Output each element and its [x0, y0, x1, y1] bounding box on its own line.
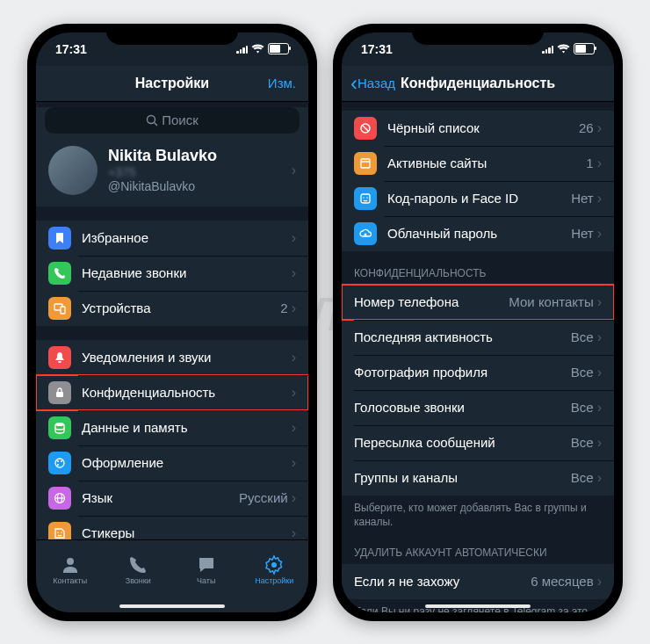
settings-row[interactable]: Группы и каналыВсе›	[342, 460, 614, 496]
chevron-right-icon: ›	[292, 300, 296, 316]
row-value: Все	[571, 435, 594, 450]
tab-calls[interactable]: Звонки	[105, 540, 173, 600]
battery-icon	[574, 43, 595, 54]
settings-row[interactable]: Пересылка сообщенийВсе›	[342, 425, 614, 460]
row-value: Все	[571, 329, 594, 344]
edit-button[interactable]: Изм.	[268, 66, 296, 101]
svg-rect-21	[361, 159, 370, 168]
sticker-icon	[48, 522, 71, 539]
settings-row[interactable]: Если я не захожу6 месяцев›	[342, 564, 614, 599]
row-value: 26	[579, 120, 594, 135]
tab-label: Настройки	[255, 576, 293, 585]
chevron-right-icon: ›	[292, 490, 296, 506]
settings-row[interactable]: Последняя активностьВсе›	[342, 320, 614, 355]
wifi-icon	[557, 44, 570, 54]
settings-row[interactable]: ЯзыкРусский›	[36, 481, 308, 516]
settings-row[interactable]: Облачный парольНет›	[342, 216, 614, 251]
back-label: Назад	[358, 76, 395, 90]
svg-point-0	[148, 115, 155, 123]
svg-point-24	[363, 197, 364, 198]
row-value: Нет	[571, 226, 594, 241]
search-icon	[146, 114, 158, 127]
row-label: Чёрный список	[387, 120, 579, 135]
wifi-icon	[251, 44, 264, 54]
settings-row[interactable]: Данные и память›	[36, 410, 308, 445]
home-indicator	[119, 604, 225, 608]
row-label: Пересылка сообщений	[354, 435, 571, 450]
row-label: Избранное	[82, 230, 292, 245]
chevron-right-icon: ›	[292, 385, 296, 401]
chevron-right-icon: ›	[597, 191, 602, 206]
settings-row[interactable]: Фотография профиляВсе›	[342, 355, 614, 390]
home-indicator	[425, 604, 531, 608]
search-input[interactable]: Поиск	[45, 107, 300, 134]
svg-point-14	[61, 532, 62, 533]
settings-row[interactable]: Стикеры›	[36, 516, 308, 539]
row-label: Последняя активность	[354, 329, 571, 344]
row-value: 1	[586, 156, 593, 170]
settings-row[interactable]: Чёрный список26›	[342, 111, 614, 146]
search-placeholder: Поиск	[162, 112, 199, 127]
svg-point-25	[366, 197, 367, 198]
phone-icon	[48, 262, 71, 285]
row-label: Конфиденциальность	[82, 385, 292, 400]
chevron-right-icon: ›	[292, 163, 296, 178]
settings-row[interactable]: Голосовые звонкиВсе›	[342, 390, 614, 425]
back-button[interactable]: ‹Назад	[350, 66, 395, 101]
tab-label: Контакты	[53, 576, 87, 585]
row-label: Если я не захожу	[354, 574, 531, 589]
phone-left: 17:31 Настройки Изм. Поиск Nikita Bula	[27, 24, 317, 621]
section-header: УДАЛИТЬ АККАУНТ АВТОМАТИЧЕСКИ	[342, 531, 614, 564]
row-value: Мои контакты	[509, 294, 593, 309]
tab-contacts[interactable]: Контакты	[36, 540, 105, 600]
svg-point-8	[61, 460, 62, 462]
tab-label: Чаты	[197, 576, 215, 585]
settings-row[interactable]: Устройства2›	[36, 291, 308, 326]
notch	[412, 24, 544, 45]
row-label: Группы и каналы	[354, 470, 571, 485]
chevron-right-icon: ›	[597, 435, 602, 451]
settings-row[interactable]: Оформление›	[36, 445, 308, 481]
row-label: Номер телефона	[354, 294, 509, 309]
settings-row[interactable]: Недавние звонки›	[36, 256, 308, 291]
nav-bar: Настройки Изм.	[36, 66, 308, 102]
block-icon	[354, 117, 377, 140]
settings-row[interactable]: Активные сайты1›	[342, 146, 614, 181]
settings-row[interactable]: Код-пароль и Face IDНет›	[342, 181, 614, 216]
chevron-right-icon: ›	[597, 365, 602, 380]
row-value: Все	[571, 365, 594, 380]
profile-username: @NikitaBulavko	[108, 179, 281, 193]
settings-row[interactable]: Уведомления и звуки›	[36, 340, 308, 375]
sites-icon	[354, 152, 377, 175]
settings-row[interactable]: Конфиденциальность›	[36, 375, 308, 410]
svg-point-7	[57, 460, 59, 462]
row-label: Недавние звонки	[82, 265, 292, 280]
settings-row[interactable]: Избранное›	[36, 221, 308, 256]
brush-icon	[48, 452, 71, 474]
svg-rect-23	[361, 194, 370, 203]
chevron-right-icon: ›	[597, 329, 602, 345]
tab-settings[interactable]: Настройки	[241, 540, 309, 600]
tab-label: Звонки	[126, 576, 151, 585]
row-label: Язык	[82, 490, 239, 505]
svg-rect-4	[56, 392, 63, 397]
chevron-right-icon: ›	[292, 350, 296, 365]
chevron-right-icon: ›	[292, 420, 296, 436]
row-value: Все	[571, 400, 594, 415]
chevron-right-icon: ›	[597, 156, 602, 171]
profile-phone: +375	[108, 165, 281, 179]
lock-icon	[48, 381, 71, 404]
section-header: КОНФИДЕНЦИАЛЬНОСТЬ	[342, 251, 614, 285]
svg-point-9	[57, 464, 59, 466]
chevron-right-icon: ›	[292, 265, 296, 281]
profile-row[interactable]: Nikita Bulavko +375 @NikitaBulavko ›	[36, 139, 308, 206]
status-time: 17:31	[361, 42, 393, 56]
settings-row[interactable]: Номер телефонаМои контакты›	[342, 285, 614, 320]
section-footer: Выберите, кто может добавлять Вас в груп…	[342, 496, 614, 531]
globe-icon	[48, 487, 71, 510]
row-value: Русский	[239, 490, 288, 505]
row-label: Активные сайты	[387, 156, 586, 170]
chevron-right-icon: ›	[597, 294, 602, 310]
chevron-right-icon: ›	[597, 470, 602, 486]
tab-chats[interactable]: Чаты	[172, 540, 241, 600]
